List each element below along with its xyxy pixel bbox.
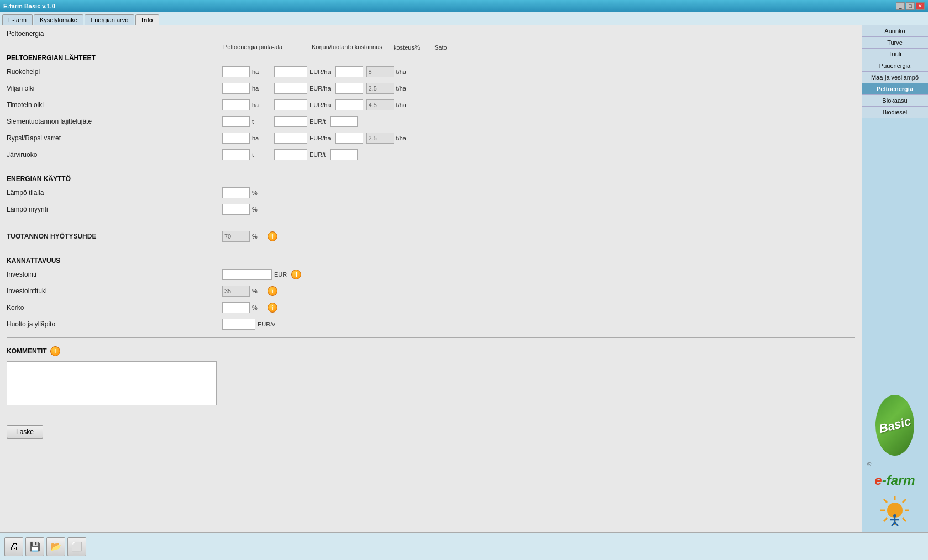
investointi-input[interactable] (222, 269, 272, 280)
siemen-pinta: t (222, 116, 263, 127)
label-lampo-myynti: Lämpö myynti (7, 205, 222, 213)
window-controls[interactable]: _ □ ✕ (896, 2, 925, 10)
viljan-sato-input[interactable] (366, 83, 394, 94)
lampo-tilalla-input[interactable] (222, 187, 250, 198)
ruokohelpi-korjuu: EUR/ha (274, 66, 331, 77)
sidebar-item-maa-ja-vesilamp[interactable]: Maa-ja vesilampö (862, 72, 928, 83)
save-button[interactable]: 💾 (25, 537, 44, 556)
timotein-korjuu: EUR/ha (274, 99, 331, 110)
korko-input[interactable] (222, 302, 250, 313)
tab-energian-arvo[interactable]: Energian arvo (85, 14, 135, 25)
investointituki-info-icon[interactable]: i (268, 286, 277, 296)
korko-info-icon[interactable]: i (268, 303, 277, 313)
viljan-sato: t/ha (366, 83, 407, 94)
kommentit-info-icon[interactable]: i (50, 346, 60, 356)
svg-line-7 (884, 518, 887, 521)
svg-line-6 (903, 499, 906, 503)
open-button[interactable]: 📂 (46, 537, 65, 556)
sidebar-item-biokaasu[interactable]: Biokaasu (862, 95, 928, 107)
huolto-input[interactable] (222, 319, 255, 330)
siemen-kosteus-input[interactable] (330, 116, 358, 127)
rypsi-sato-input[interactable] (366, 133, 394, 144)
rypsi-kosteus-input[interactable] (335, 133, 363, 144)
tab-info[interactable]: Info (135, 14, 159, 25)
siemen-kosteus (330, 116, 358, 127)
label-jarviruoko: Järviruoko (7, 151, 222, 159)
ruokohelpi-pinta-unit: ha (252, 68, 263, 75)
sidebar-item-tuuli[interactable]: Tuuli (862, 49, 928, 60)
section-kannattavuus-title: KANNATTAVUUS (7, 257, 855, 265)
investointituki-input[interactable] (222, 286, 250, 297)
jarvi-korjuu-input[interactable] (274, 149, 307, 160)
rypsi-sato: t/ha (366, 133, 407, 144)
timotein-kosteus-input[interactable] (335, 99, 363, 110)
hyotysuhde-info-icon[interactable]: i (268, 231, 277, 241)
siemen-pinta-input[interactable] (222, 116, 250, 127)
label-tuotannon-hyotysuhde: TUOTANNON HYÖTYSUHDE (7, 233, 222, 240)
divider-1 (7, 168, 855, 168)
jarvi-pinta-input[interactable] (222, 149, 250, 160)
row-investointi: Investointi EUR i (7, 268, 855, 281)
sidebar-item-aurinko[interactable]: Aurinko (862, 25, 928, 37)
viljan-pinta-input[interactable] (222, 83, 250, 94)
investointi-info-icon[interactable]: i (291, 270, 301, 279)
siemen-korjuu-input[interactable] (274, 116, 307, 127)
print-button[interactable]: 🖨 (4, 537, 23, 556)
jarvi-kosteus-input[interactable] (330, 149, 358, 160)
tab-kyselylomake[interactable]: Kyselylomake (34, 14, 83, 25)
viljan-korjuu: EUR/ha (274, 83, 331, 94)
sidebar-item-peltoenergia[interactable]: Peltoenergia (862, 83, 928, 95)
ruokohelpi-pinta: ha (222, 66, 263, 77)
sidebar-item-biodiesel[interactable]: Biodiesel (862, 107, 928, 118)
titlebar: E-farm Basic v.1.0 _ □ ✕ (0, 0, 928, 12)
timotein-sato: t/ha (366, 99, 407, 110)
row-ruokohelpi: Ruokohelpi ha EUR/ha t/ha (7, 65, 855, 78)
ruokohelpi-sato-unit: t/ha (396, 68, 407, 75)
row-jarviruoko: Järviruoko t EUR/t (7, 148, 855, 161)
viljan-pinta: ha (222, 83, 263, 94)
ruokohelpi-korjuu-unit: EUR/ha (310, 68, 331, 75)
row-investointituki: Investointituki % i (7, 284, 855, 298)
timotein-sato-input[interactable] (366, 99, 394, 110)
maximize-button[interactable]: □ (906, 2, 915, 10)
viljan-korjuu-input[interactable] (274, 83, 307, 94)
row-lampo-tilalla: Lämpö tilalla % (7, 186, 855, 199)
siemen-korjuu: EUR/t (274, 116, 326, 127)
jarvi-kosteus (330, 149, 358, 160)
label-siementuotanto: Siementuotannon lajittelujäte (7, 118, 222, 125)
ruokohelpi-kosteus-input[interactable] (335, 66, 363, 77)
kommentit-textarea[interactable] (7, 361, 217, 405)
laske-button[interactable]: Laske (7, 425, 43, 439)
timotein-korjuu-input[interactable] (274, 99, 307, 110)
minimize-button[interactable]: _ (896, 2, 905, 10)
label-timotein-olki: Timotein olki (7, 101, 222, 109)
tab-efarm[interactable]: E-farm (2, 14, 33, 25)
sidebar-item-puuenergia[interactable]: Puuenergia (862, 60, 928, 72)
sidebar-item-turve[interactable]: Turve (862, 37, 928, 49)
rypsi-pinta-input[interactable] (222, 133, 250, 144)
hyotysuhde-input[interactable] (222, 231, 250, 242)
svg-line-5 (903, 518, 906, 521)
efarm-text-logo: e-farm (874, 473, 915, 488)
svg-line-4 (884, 499, 887, 503)
viljan-kosteus-input[interactable] (335, 83, 363, 94)
ruokohelpi-kosteus (335, 66, 363, 77)
divider-3 (7, 250, 855, 250)
label-huolto: Huolto ja ylläpito (7, 320, 222, 328)
page-title: Peltoenergia (7, 30, 855, 38)
timotein-pinta-input[interactable] (222, 99, 250, 110)
rypsi-korjuu-input[interactable] (274, 133, 307, 144)
close-button[interactable]: ✕ (916, 2, 925, 10)
label-lampo-tilalla: Lämpö tilalla (7, 189, 222, 197)
col-header-kosteus: kosteus% (394, 44, 432, 51)
ruokohelpi-korjuu-input[interactable] (274, 66, 307, 77)
tabbar: E-farm Kyselylomake Energian arvo Info (0, 12, 928, 25)
ruokohelpi-pinta-input[interactable] (222, 66, 250, 77)
viljan-kosteus (335, 83, 363, 94)
col-header-sato: Sato (434, 44, 468, 51)
hyotysuhde-input-group: % i (222, 231, 277, 242)
minimize-toolbar-button[interactable]: ⬜ (67, 537, 86, 556)
bottom-toolbar: 🖨 💾 📂 ⬜ (0, 532, 928, 560)
ruokohelpi-sato-input[interactable] (366, 66, 394, 77)
lampo-myynti-input[interactable] (222, 204, 250, 215)
